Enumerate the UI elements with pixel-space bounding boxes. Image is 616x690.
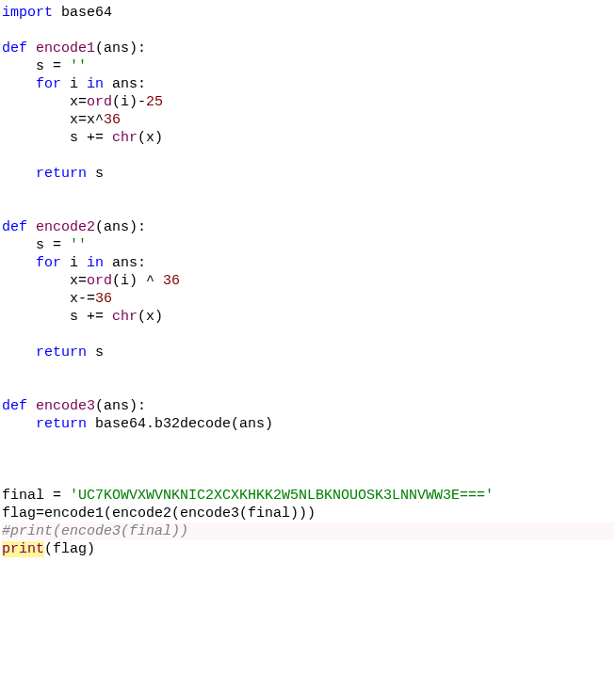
line-fn3-return: return base64.b32decode(ans): [36, 416, 273, 432]
line-fn1-return: return s: [36, 166, 104, 182]
line-fn2-s: s = '': [36, 237, 87, 253]
line-print: print(flag): [2, 540, 95, 558]
line-comment: #print(encode3(final)): [2, 522, 614, 540]
line-fn2-return: return s: [36, 345, 104, 361]
line-flag: flag=encode1(encode2(encode3(final))): [2, 505, 316, 522]
line-fn1-ord: x=ord(i)-25: [70, 94, 163, 110]
line-def-encode1: def encode1(ans):: [2, 40, 146, 56]
line-def-encode2: def encode2(ans):: [2, 219, 146, 235]
code-block: import base64 def encode1(ans): s = '' f…: [0, 0, 616, 562]
line-fn2-for: for i in ans:: [36, 255, 146, 271]
line-fn2-sub: x-=36: [70, 291, 112, 307]
line-fn1-s: s = '': [36, 58, 87, 74]
line-fn2-ord: x=ord(i) ^ 36: [70, 273, 180, 289]
line-def-encode3: def encode3(ans):: [2, 398, 146, 414]
line-fn2-chr: s += chr(x): [70, 309, 163, 325]
line-fn1-for: for i in ans:: [36, 76, 146, 92]
line-final: final = 'UC7KOWVXWVNKNIC2XCXKHKK2W5NLBKN…: [2, 488, 494, 504]
line-fn1-xor: x=x^36: [70, 112, 121, 128]
line-fn1-chr: s += chr(x): [70, 130, 163, 146]
line-import: import base64: [2, 5, 112, 21]
